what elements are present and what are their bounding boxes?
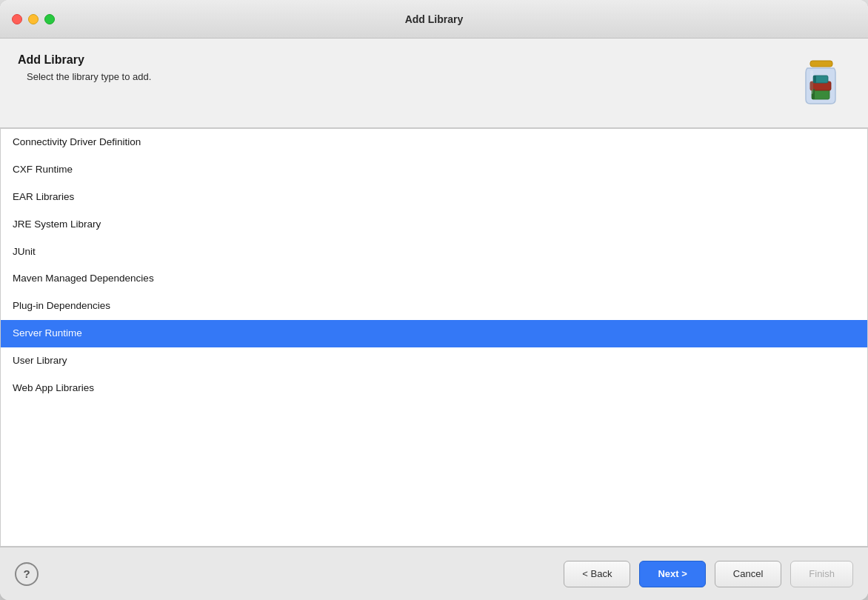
list-item[interactable]: Connectivity Driver Definition [1, 129, 867, 156]
library-type-list[interactable]: Connectivity Driver DefinitionCXF Runtim… [0, 128, 868, 547]
minimize-button[interactable] [28, 14, 39, 24]
maximize-button[interactable] [44, 14, 55, 24]
header-section: Add Library Select the library type to a… [0, 39, 868, 128]
header-text-block: Add Library Select the library type to a… [18, 53, 151, 82]
jar-books-svg [794, 56, 847, 110]
cancel-button[interactable]: Cancel [715, 561, 781, 587]
list-item[interactable]: Plug-in Dependencies [1, 293, 867, 320]
next-button[interactable]: Next > [639, 561, 705, 587]
library-icon [791, 53, 850, 113]
list-item[interactable]: Web App Libraries [1, 375, 867, 402]
list-item[interactable]: JRE System Library [1, 211, 867, 239]
help-button[interactable]: ? [15, 562, 39, 586]
header-title: Add Library [18, 53, 151, 67]
add-library-dialog: Add Library Add Library Select the libra… [0, 0, 868, 600]
traffic-lights [12, 14, 55, 24]
list-item[interactable]: Maven Managed Dependencies [1, 265, 867, 293]
window-title: Add Library [405, 13, 464, 25]
list-item[interactable]: JUnit [1, 239, 867, 266]
close-button[interactable] [12, 14, 22, 24]
header-subtitle: Select the library type to add. [27, 71, 151, 82]
svg-rect-6 [813, 76, 816, 83]
finish-button: Finish [790, 561, 853, 587]
svg-rect-0 [810, 61, 832, 67]
back-button[interactable]: < Back [564, 561, 630, 587]
list-item[interactable]: CXF Runtime [1, 156, 867, 184]
list-item[interactable]: EAR Libraries [1, 184, 867, 211]
list-item[interactable]: User Library [1, 347, 867, 375]
footer-bar: ? < Back Next > Cancel Finish [0, 547, 868, 600]
title-bar: Add Library [0, 0, 868, 39]
list-item[interactable]: Server Runtime [1, 320, 867, 347]
